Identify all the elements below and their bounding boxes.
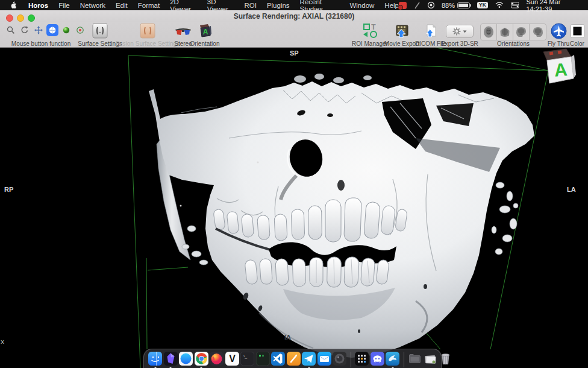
target-dot-icon	[76, 26, 84, 34]
stereo-button[interactable]	[175, 27, 192, 36]
dicom-file-button[interactable]	[423, 23, 439, 39]
export-3d-sr-button[interactable]	[446, 25, 474, 38]
wl-ww-tool-button[interactable]	[60, 24, 72, 36]
color-label: Color	[570, 40, 584, 47]
dock-icon-folder[interactable]	[408, 352, 422, 366]
dock-icon-v-app[interactable]: V	[225, 352, 239, 366]
dock-icon-finder[interactable]	[148, 352, 162, 366]
movie-export-button[interactable]	[394, 23, 410, 39]
sagittal-left-brain-icon	[514, 25, 528, 39]
dock-icon-trash[interactable]	[439, 352, 452, 366]
orientation-coronal-button[interactable]	[497, 24, 513, 40]
input-source-badge[interactable]: YK	[477, 2, 488, 8]
menu-2d-viewer[interactable]: 2D Viewer	[170, 0, 197, 13]
dock-icon-terminal-dark[interactable]: ›_	[240, 352, 254, 366]
screen-record-icon[interactable]	[427, 1, 434, 9]
red-app-menu-icon[interactable]	[399, 2, 407, 9]
window-toolbar: Mouse button function Surface Settings F…	[0, 22, 588, 48]
battery-status[interactable]: 88%	[442, 2, 470, 9]
rotate-tool-button[interactable]	[19, 24, 31, 36]
menu-horos[interactable]: Horos	[28, 2, 48, 9]
battery-icon	[457, 2, 470, 8]
export-3d-sr-label: Export 3D-SR	[441, 40, 478, 47]
dock: V ›_	[143, 349, 442, 368]
3d-render-viewport[interactable]: A SP RP LA IA X	[0, 48, 588, 368]
color-button[interactable]	[571, 24, 584, 38]
dock-icon-mail[interactable]	[317, 352, 331, 366]
menu-window[interactable]: Window	[349, 2, 374, 9]
wifi-icon[interactable]	[495, 2, 504, 8]
dock-icon-discord[interactable]	[371, 352, 384, 366]
move-arrows-icon	[34, 26, 43, 34]
green-sphere-icon	[62, 26, 70, 34]
bone-fragments	[492, 182, 518, 255]
orientation-label-left-anterior: LA	[567, 186, 576, 193]
svg-text:A: A	[203, 28, 208, 36]
zoom-tool-button[interactable]	[5, 24, 17, 36]
orientation-button[interactable]: A	[198, 24, 213, 38]
dock-icon-telegram[interactable]	[302, 352, 316, 366]
dock-divider	[351, 352, 351, 367]
orientations-label: Orientations	[497, 40, 530, 47]
orientation-sagittal-left-button[interactable]	[513, 24, 530, 40]
fly-thru-label: Fly Thru	[548, 40, 570, 47]
dock-icon-chrome[interactable]	[195, 352, 208, 366]
document-export-icon	[427, 25, 436, 37]
film-export-icon	[396, 25, 408, 37]
surface-settings-button[interactable]	[92, 23, 108, 39]
roi-manager-label: ROI Manager	[352, 40, 388, 47]
battery-percent: 88%	[442, 2, 455, 9]
fusion-surface-settings-label: Fusion Surface Settings	[116, 40, 180, 47]
dock-icon-zed[interactable]	[287, 352, 301, 366]
magnifier-icon	[12, 31, 14, 34]
target-tool-button[interactable]	[74, 24, 86, 36]
gear-icon	[452, 27, 461, 36]
dock-icon-firefox[interactable]	[210, 352, 224, 366]
sagittal-right-brain-icon	[531, 25, 545, 39]
svg-text:T: T	[371, 23, 376, 31]
orientation-label: Orientation	[190, 40, 220, 47]
menu-recent-studies[interactable]: Recent Studies	[300, 0, 340, 13]
dock-icon-vscode[interactable]	[271, 352, 285, 366]
dock-icon-safari[interactable]	[179, 352, 193, 366]
dock-icon-camera-lens-app[interactable]	[333, 352, 346, 366]
dock-icon-terminal-green[interactable]	[256, 352, 270, 366]
orientation-label-inferior: IA	[284, 334, 291, 341]
control-center-icon[interactable]	[511, 2, 519, 8]
svg-text:V: V	[229, 354, 236, 364]
menu-format[interactable]: Format	[138, 2, 160, 9]
svg-text:›_: ›_	[243, 354, 247, 359]
roi-manager-icon: T	[363, 23, 377, 37]
slash-status-icon[interactable]	[414, 2, 420, 9]
apple-menu-icon[interactable]	[10, 1, 17, 9]
mouse-button-function-control	[5, 24, 86, 36]
menu-file[interactable]: File	[58, 2, 70, 9]
fusion-surface-settings-button	[140, 23, 155, 39]
dock-icon-documents-stack[interactable]	[424, 352, 437, 366]
fly-thru-button[interactable]	[551, 23, 567, 39]
menu-bar: Horos File Network Edit Format 2D Viewer…	[0, 0, 588, 10]
menu-network[interactable]: Network	[80, 2, 105, 9]
orientation-axial-button[interactable]	[481, 24, 497, 40]
stereo-label: Stereo	[174, 40, 192, 47]
dock-icon-keypad-app[interactable]	[355, 352, 369, 366]
color-swatch-black	[574, 27, 582, 36]
orientation-label-right-posterior: RP	[4, 186, 13, 193]
svg-text:A: A	[554, 59, 568, 80]
menu-plugins[interactable]: Plugins	[267, 2, 290, 9]
roi-manager-button[interactable]: T	[362, 23, 378, 39]
surface-rendering-canvas: A	[0, 48, 588, 368]
dock-icon-obsidian[interactable]	[164, 352, 178, 366]
move-tool-button[interactable]	[33, 24, 45, 36]
coronal-brain-icon	[498, 25, 511, 39]
menu-clock[interactable]: Sun 24 Mar 14:21:39	[526, 0, 583, 13]
menu-roi[interactable]: ROI	[244, 2, 256, 9]
dock-icon-dolphin-app[interactable]	[386, 352, 399, 366]
orientation-sagittal-right-button[interactable]	[530, 24, 546, 40]
menu-3d-viewer[interactable]: 3D Viewer	[207, 0, 234, 13]
rotate-3d-tool-button-selected[interactable]	[46, 24, 58, 36]
menu-help[interactable]: Help	[384, 2, 399, 9]
movie-export-label: Movie Export	[384, 40, 419, 47]
chevron-down-icon	[463, 30, 467, 33]
menu-edit[interactable]: Edit	[116, 2, 128, 9]
